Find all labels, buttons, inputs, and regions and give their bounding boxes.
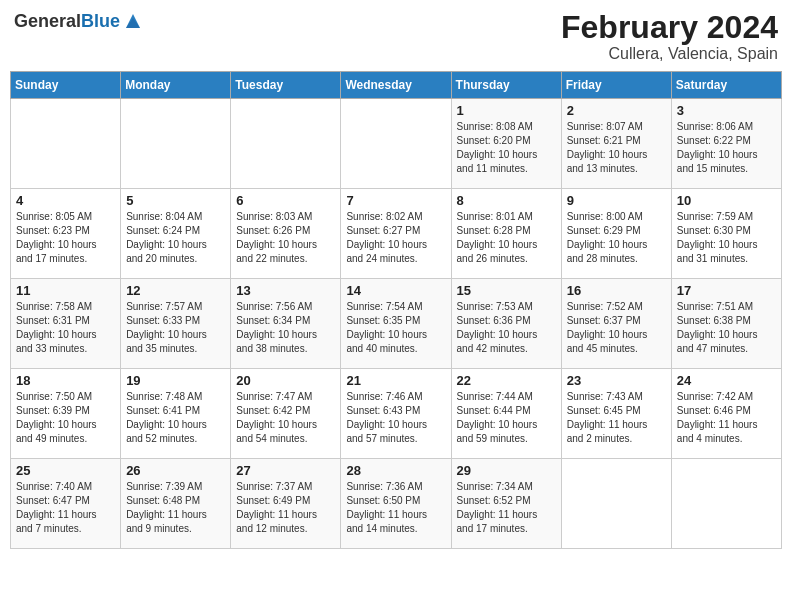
calendar-day-cell — [121, 99, 231, 189]
calendar-day-cell: 20Sunrise: 7:47 AM Sunset: 6:42 PM Dayli… — [231, 369, 341, 459]
day-info: Sunrise: 7:40 AM Sunset: 6:47 PM Dayligh… — [16, 480, 115, 536]
day-info: Sunrise: 7:58 AM Sunset: 6:31 PM Dayligh… — [16, 300, 115, 356]
calendar-day-cell: 28Sunrise: 7:36 AM Sunset: 6:50 PM Dayli… — [341, 459, 451, 549]
day-of-week-header: Monday — [121, 72, 231, 99]
calendar-day-cell: 6Sunrise: 8:03 AM Sunset: 6:26 PM Daylig… — [231, 189, 341, 279]
day-number: 17 — [677, 283, 776, 298]
day-of-week-header: Tuesday — [231, 72, 341, 99]
calendar-day-cell: 15Sunrise: 7:53 AM Sunset: 6:36 PM Dayli… — [451, 279, 561, 369]
calendar-day-cell: 18Sunrise: 7:50 AM Sunset: 6:39 PM Dayli… — [11, 369, 121, 459]
day-number: 15 — [457, 283, 556, 298]
calendar-day-cell: 5Sunrise: 8:04 AM Sunset: 6:24 PM Daylig… — [121, 189, 231, 279]
day-number: 8 — [457, 193, 556, 208]
calendar-week-row: 1Sunrise: 8:08 AM Sunset: 6:20 PM Daylig… — [11, 99, 782, 189]
calendar-week-row: 18Sunrise: 7:50 AM Sunset: 6:39 PM Dayli… — [11, 369, 782, 459]
day-of-week-header: Friday — [561, 72, 671, 99]
calendar-day-cell: 1Sunrise: 8:08 AM Sunset: 6:20 PM Daylig… — [451, 99, 561, 189]
calendar-day-cell: 24Sunrise: 7:42 AM Sunset: 6:46 PM Dayli… — [671, 369, 781, 459]
day-number: 28 — [346, 463, 445, 478]
day-info: Sunrise: 7:34 AM Sunset: 6:52 PM Dayligh… — [457, 480, 556, 536]
logo: GeneralBlue — [14, 10, 144, 32]
logo-general-text: General — [14, 11, 81, 31]
calendar-header-row: SundayMondayTuesdayWednesdayThursdayFrid… — [11, 72, 782, 99]
calendar-day-cell: 21Sunrise: 7:46 AM Sunset: 6:43 PM Dayli… — [341, 369, 451, 459]
calendar-day-cell: 23Sunrise: 7:43 AM Sunset: 6:45 PM Dayli… — [561, 369, 671, 459]
day-info: Sunrise: 7:52 AM Sunset: 6:37 PM Dayligh… — [567, 300, 666, 356]
day-info: Sunrise: 7:48 AM Sunset: 6:41 PM Dayligh… — [126, 390, 225, 446]
day-number: 4 — [16, 193, 115, 208]
calendar-day-cell: 19Sunrise: 7:48 AM Sunset: 6:41 PM Dayli… — [121, 369, 231, 459]
calendar-week-row: 25Sunrise: 7:40 AM Sunset: 6:47 PM Dayli… — [11, 459, 782, 549]
day-info: Sunrise: 8:01 AM Sunset: 6:28 PM Dayligh… — [457, 210, 556, 266]
day-info: Sunrise: 8:06 AM Sunset: 6:22 PM Dayligh… — [677, 120, 776, 176]
title-block: February 2024 Cullera, Valencia, Spain — [561, 10, 778, 63]
day-number: 18 — [16, 373, 115, 388]
day-info: Sunrise: 7:42 AM Sunset: 6:46 PM Dayligh… — [677, 390, 776, 446]
calendar-day-cell: 11Sunrise: 7:58 AM Sunset: 6:31 PM Dayli… — [11, 279, 121, 369]
day-info: Sunrise: 7:44 AM Sunset: 6:44 PM Dayligh… — [457, 390, 556, 446]
calendar-day-cell: 8Sunrise: 8:01 AM Sunset: 6:28 PM Daylig… — [451, 189, 561, 279]
svg-marker-1 — [126, 18, 140, 28]
page-header: GeneralBlue February 2024 Cullera, Valen… — [10, 10, 782, 63]
calendar-day-cell — [341, 99, 451, 189]
day-info: Sunrise: 8:04 AM Sunset: 6:24 PM Dayligh… — [126, 210, 225, 266]
calendar-day-cell: 16Sunrise: 7:52 AM Sunset: 6:37 PM Dayli… — [561, 279, 671, 369]
day-number: 11 — [16, 283, 115, 298]
calendar-day-cell: 29Sunrise: 7:34 AM Sunset: 6:52 PM Dayli… — [451, 459, 561, 549]
day-info: Sunrise: 7:56 AM Sunset: 6:34 PM Dayligh… — [236, 300, 335, 356]
calendar-day-cell: 22Sunrise: 7:44 AM Sunset: 6:44 PM Dayli… — [451, 369, 561, 459]
day-of-week-header: Saturday — [671, 72, 781, 99]
day-info: Sunrise: 8:05 AM Sunset: 6:23 PM Dayligh… — [16, 210, 115, 266]
title-location: Cullera, Valencia, Spain — [561, 45, 778, 63]
day-info: Sunrise: 7:53 AM Sunset: 6:36 PM Dayligh… — [457, 300, 556, 356]
calendar-day-cell: 25Sunrise: 7:40 AM Sunset: 6:47 PM Dayli… — [11, 459, 121, 549]
day-number: 10 — [677, 193, 776, 208]
calendar-day-cell — [671, 459, 781, 549]
calendar-day-cell — [231, 99, 341, 189]
calendar-day-cell: 3Sunrise: 8:06 AM Sunset: 6:22 PM Daylig… — [671, 99, 781, 189]
calendar-day-cell: 13Sunrise: 7:56 AM Sunset: 6:34 PM Dayli… — [231, 279, 341, 369]
day-info: Sunrise: 7:47 AM Sunset: 6:42 PM Dayligh… — [236, 390, 335, 446]
day-number: 20 — [236, 373, 335, 388]
calendar-day-cell: 14Sunrise: 7:54 AM Sunset: 6:35 PM Dayli… — [341, 279, 451, 369]
calendar-day-cell: 9Sunrise: 8:00 AM Sunset: 6:29 PM Daylig… — [561, 189, 671, 279]
day-info: Sunrise: 7:51 AM Sunset: 6:38 PM Dayligh… — [677, 300, 776, 356]
logo-icon — [122, 10, 144, 32]
day-number: 5 — [126, 193, 225, 208]
calendar-day-cell — [11, 99, 121, 189]
day-info: Sunrise: 7:37 AM Sunset: 6:49 PM Dayligh… — [236, 480, 335, 536]
day-number: 25 — [16, 463, 115, 478]
day-info: Sunrise: 7:39 AM Sunset: 6:48 PM Dayligh… — [126, 480, 225, 536]
day-info: Sunrise: 7:50 AM Sunset: 6:39 PM Dayligh… — [16, 390, 115, 446]
day-info: Sunrise: 7:46 AM Sunset: 6:43 PM Dayligh… — [346, 390, 445, 446]
title-month: February 2024 — [561, 10, 778, 45]
calendar-day-cell: 12Sunrise: 7:57 AM Sunset: 6:33 PM Dayli… — [121, 279, 231, 369]
calendar-day-cell: 7Sunrise: 8:02 AM Sunset: 6:27 PM Daylig… — [341, 189, 451, 279]
day-info: Sunrise: 8:00 AM Sunset: 6:29 PM Dayligh… — [567, 210, 666, 266]
day-info: Sunrise: 8:03 AM Sunset: 6:26 PM Dayligh… — [236, 210, 335, 266]
day-number: 29 — [457, 463, 556, 478]
day-number: 27 — [236, 463, 335, 478]
calendar-day-cell: 26Sunrise: 7:39 AM Sunset: 6:48 PM Dayli… — [121, 459, 231, 549]
day-info: Sunrise: 8:08 AM Sunset: 6:20 PM Dayligh… — [457, 120, 556, 176]
calendar-day-cell: 10Sunrise: 7:59 AM Sunset: 6:30 PM Dayli… — [671, 189, 781, 279]
day-info: Sunrise: 8:02 AM Sunset: 6:27 PM Dayligh… — [346, 210, 445, 266]
day-info: Sunrise: 7:36 AM Sunset: 6:50 PM Dayligh… — [346, 480, 445, 536]
day-number: 6 — [236, 193, 335, 208]
calendar-week-row: 4Sunrise: 8:05 AM Sunset: 6:23 PM Daylig… — [11, 189, 782, 279]
day-info: Sunrise: 7:59 AM Sunset: 6:30 PM Dayligh… — [677, 210, 776, 266]
day-number: 3 — [677, 103, 776, 118]
day-info: Sunrise: 7:43 AM Sunset: 6:45 PM Dayligh… — [567, 390, 666, 446]
day-number: 24 — [677, 373, 776, 388]
day-number: 1 — [457, 103, 556, 118]
day-number: 13 — [236, 283, 335, 298]
day-number: 19 — [126, 373, 225, 388]
day-number: 26 — [126, 463, 225, 478]
day-number: 9 — [567, 193, 666, 208]
calendar-day-cell: 27Sunrise: 7:37 AM Sunset: 6:49 PM Dayli… — [231, 459, 341, 549]
day-number: 14 — [346, 283, 445, 298]
day-number: 23 — [567, 373, 666, 388]
calendar-day-cell: 2Sunrise: 8:07 AM Sunset: 6:21 PM Daylig… — [561, 99, 671, 189]
calendar-day-cell: 17Sunrise: 7:51 AM Sunset: 6:38 PM Dayli… — [671, 279, 781, 369]
day-info: Sunrise: 7:54 AM Sunset: 6:35 PM Dayligh… — [346, 300, 445, 356]
